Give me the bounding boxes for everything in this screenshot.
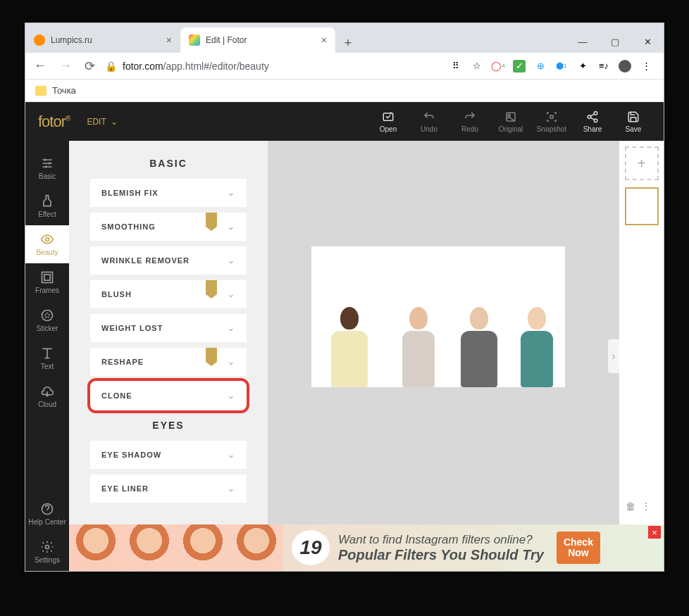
- panel-item-blush[interactable]: BLUSH⌄: [90, 280, 247, 308]
- svg-point-6: [594, 119, 597, 122]
- ad-number: 19: [292, 530, 330, 565]
- panel-item-reshape[interactable]: RESHAPE⌄: [90, 348, 247, 376]
- chevron-down-icon: ⌄: [111, 117, 118, 127]
- canvas-area[interactable]: › 852px × 480px − 42% + Compare: [268, 141, 619, 571]
- fotor-app: fotor® EDIT⌄ Open Undo Redo Original Sna…: [25, 102, 664, 571]
- bookmark-item[interactable]: Точка: [52, 85, 76, 96]
- titlebar: Lumpics.ru × Edit | Fotor × + — ▢ ✕: [25, 23, 664, 53]
- trash-controls: 🗑 ⋮: [626, 501, 651, 512]
- playlist-icon[interactable]: ≡♪: [597, 60, 610, 73]
- photo[interactable]: [311, 246, 565, 387]
- chevron-down-icon: ⌄: [228, 357, 235, 367]
- trash-icon[interactable]: 🗑: [626, 501, 635, 512]
- sidebar-item-effect[interactable]: Effect: [25, 187, 69, 225]
- chevron-down-icon: ⌄: [228, 222, 235, 232]
- browser-window: Lumpics.ru × Edit | Fotor × + — ▢ ✕ ← → …: [25, 23, 664, 572]
- minimize-button[interactable]: —: [566, 30, 599, 53]
- svg-point-10: [42, 310, 53, 321]
- chevron-down-icon: ⌄: [228, 256, 235, 265]
- svg-point-3: [550, 115, 554, 118]
- undo-button[interactable]: Undo: [411, 111, 447, 133]
- chevron-down-icon: ⌄: [228, 188, 235, 198]
- svg-rect-9: [44, 275, 50, 280]
- ad-cta-button[interactable]: CheckNow: [557, 532, 600, 565]
- panel-item-clone[interactable]: CLONE⌄: [90, 382, 247, 410]
- open-button[interactable]: Open: [371, 111, 406, 133]
- url-field[interactable]: 🔒 fotor.com/app.html#/editor/beauty: [105, 61, 442, 72]
- panel-item-smoothing[interactable]: SMOOTHING⌄: [90, 213, 247, 241]
- lock-icon: 🔒: [105, 61, 117, 72]
- tab-title: Lumpics.ru: [51, 35, 92, 45]
- chevron-down-icon: ⌄: [228, 450, 235, 460]
- panel-section-eyes: EYES: [152, 420, 184, 431]
- app-topbar: fotor® EDIT⌄ Open Undo Redo Original Sna…: [25, 102, 664, 141]
- star-icon[interactable]: ☆: [471, 60, 483, 73]
- add-image-button[interactable]: +: [625, 146, 659, 180]
- sidebar-item-beauty[interactable]: Beauty: [25, 225, 69, 263]
- close-ad-button[interactable]: ×: [648, 526, 661, 539]
- logo[interactable]: fotor®: [38, 113, 70, 131]
- ext-check-icon[interactable]: ✓: [513, 60, 526, 73]
- ext-opera-icon[interactable]: ◯4: [492, 60, 504, 73]
- new-tab-button[interactable]: +: [338, 33, 358, 53]
- reload-button[interactable]: ⟳: [82, 56, 98, 77]
- sidebar-item-help[interactable]: Help Center: [25, 495, 69, 533]
- forward-button[interactable]: →: [56, 56, 75, 76]
- svg-rect-8: [42, 272, 53, 283]
- close-icon[interactable]: ×: [166, 34, 172, 46]
- menu-icon[interactable]: ⋮: [641, 501, 651, 512]
- sidebar-item-cloud[interactable]: Cloud: [25, 377, 69, 415]
- ad-banner[interactable]: 19 Want to find Instagram filters online…: [69, 524, 664, 571]
- address-bar: ← → ⟳ 🔒 fotor.com/app.html#/editor/beaut…: [25, 53, 664, 80]
- svg-point-4: [594, 111, 597, 115]
- tab-title: Edit | Fotor: [206, 35, 247, 45]
- svg-point-7: [46, 238, 49, 241]
- svg-point-2: [508, 114, 510, 116]
- favicon-icon: [34, 34, 45, 46]
- sidebar-item-basic[interactable]: Basic: [25, 149, 69, 187]
- sidebar-item-sticker[interactable]: Sticker: [25, 301, 69, 339]
- left-nav: Basic Effect Beauty Frames Sticker Text …: [25, 141, 69, 571]
- maximize-button[interactable]: ▢: [599, 30, 631, 53]
- thumbnail[interactable]: [625, 187, 659, 225]
- panel-item-blemish[interactable]: BLEMISH FIX⌄: [90, 179, 247, 207]
- tab-lumpics[interactable]: Lumpics.ru ×: [25, 27, 180, 53]
- close-window-button[interactable]: ✕: [631, 30, 664, 53]
- panel-item-weight[interactable]: WEIGHT LOST⌄: [90, 314, 247, 342]
- panel-item-eyeliner[interactable]: EYE LINER⌄: [90, 474, 247, 503]
- sidebar-item-frames[interactable]: Frames: [25, 263, 69, 301]
- edit-menu[interactable]: EDIT⌄: [87, 117, 117, 127]
- premium-ribbon-icon: [206, 348, 217, 362]
- extensions-icon[interactable]: ✦: [576, 60, 589, 73]
- chevron-down-icon: ⌄: [228, 484, 235, 494]
- ext-globe-icon[interactable]: ⊕: [534, 60, 547, 73]
- translate-icon[interactable]: ⠿: [449, 60, 462, 73]
- sidebar-item-settings[interactable]: Settings: [25, 533, 69, 571]
- svg-point-12: [46, 546, 49, 549]
- chevron-down-icon: ⌄: [228, 289, 235, 299]
- sidebar-item-text[interactable]: Text: [25, 339, 69, 377]
- folder-icon: [35, 86, 46, 96]
- snapshot-button[interactable]: Snapshot: [534, 111, 569, 133]
- ad-subhead: Popular Filters You Should Try: [338, 547, 544, 563]
- svg-point-5: [588, 115, 591, 118]
- chevron-down-icon: ⌄: [228, 323, 235, 333]
- ext-cube-icon[interactable]: ⬢1: [555, 60, 568, 73]
- share-button[interactable]: Share: [575, 111, 610, 133]
- panel-item-wrinkle[interactable]: WRINKLE REMOVER⌄: [90, 246, 247, 275]
- tab-fotor[interactable]: Edit | Fotor ×: [180, 27, 335, 53]
- ad-image: [176, 524, 230, 571]
- beauty-panel: BASIC BLEMISH FIX⌄ SMOOTHING⌄ WRINKLE RE…: [69, 141, 268, 571]
- panel-section-basic: BASIC: [149, 158, 187, 169]
- original-button[interactable]: Original: [493, 111, 528, 133]
- premium-ribbon-icon: [206, 280, 217, 294]
- redo-button[interactable]: Redo: [452, 111, 488, 133]
- avatar[interactable]: [619, 60, 631, 73]
- back-button[interactable]: ←: [31, 56, 49, 76]
- expand-right-button[interactable]: ›: [608, 339, 619, 373]
- ad-image: [69, 524, 123, 571]
- save-button[interactable]: Save: [616, 111, 651, 133]
- panel-item-eyeshadow[interactable]: EYE SHADOW⌄: [90, 441, 247, 469]
- menu-icon[interactable]: ⋮: [640, 60, 652, 73]
- close-icon[interactable]: ×: [321, 34, 327, 46]
